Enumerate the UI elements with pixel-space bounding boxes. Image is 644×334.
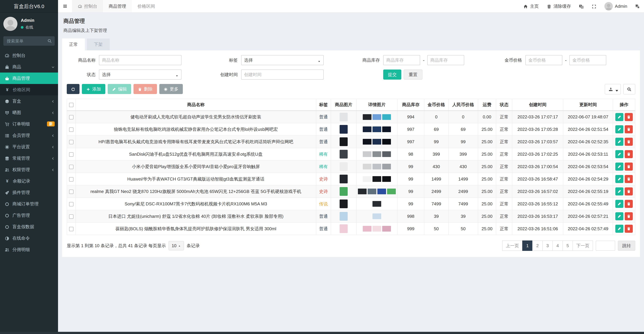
row-checkbox[interactable] xyxy=(69,227,74,231)
sidebar-item-2[interactable]: 商品管理 xyxy=(0,73,58,84)
row-edit-button[interactable] xyxy=(615,162,623,171)
row-checkbox[interactable] xyxy=(69,214,74,219)
sidebar-item-15[interactable]: 盲盒假数据 xyxy=(0,221,58,232)
detail-image[interactable] xyxy=(372,213,381,219)
row-delete-button[interactable] xyxy=(625,125,633,133)
detail-image[interactable] xyxy=(358,189,366,194)
detail-image[interactable] xyxy=(382,114,391,120)
product-image[interactable] xyxy=(340,224,348,233)
status-tab-0[interactable]: 正常 xyxy=(62,39,85,50)
stock-min-input[interactable] xyxy=(383,55,420,65)
sidebar-item-11[interactable]: ¥余额记录 xyxy=(0,175,58,187)
delete-button[interactable]: 删除 xyxy=(134,84,157,94)
sidebar-item-3[interactable]: ¥价格区间 xyxy=(0,84,58,95)
search-toggle-button[interactable] xyxy=(623,84,635,94)
product-image[interactable] xyxy=(340,200,348,208)
row-checkbox[interactable] xyxy=(69,152,74,157)
detail-image[interactable] xyxy=(363,226,372,232)
row-delete-button[interactable] xyxy=(625,162,633,171)
row-delete-button[interactable] xyxy=(625,200,633,208)
nav-tab-1[interactable]: 商品管理 xyxy=(103,0,132,13)
page-size-select[interactable]: 10 xyxy=(168,241,184,250)
tag-select[interactable]: 选择 xyxy=(241,55,324,65)
status-tab-1[interactable]: 下架 xyxy=(87,39,110,50)
detail-image[interactable] xyxy=(382,139,391,144)
sidebar-item-0[interactable]: 控制台 xyxy=(0,50,58,61)
detail-image[interactable] xyxy=(387,189,396,194)
product-image[interactable] xyxy=(340,212,348,221)
product-image[interactable] xyxy=(340,187,348,196)
detail-image[interactable] xyxy=(363,176,372,182)
detail-image[interactable] xyxy=(372,226,381,232)
add-button[interactable]: 添加 xyxy=(82,84,105,94)
row-edit-button[interactable] xyxy=(615,212,623,220)
detail-image[interactable] xyxy=(372,176,381,182)
row-edit-button[interactable] xyxy=(615,113,623,121)
nav-tab-2[interactable]: 价格区间 xyxy=(132,0,161,13)
detail-image[interactable] xyxy=(372,114,381,120)
pagination-page-2[interactable]: 2 xyxy=(532,240,543,251)
product-image[interactable] xyxy=(340,125,348,134)
menu-search-input[interactable] xyxy=(3,36,55,46)
refresh-button[interactable] xyxy=(67,84,80,94)
page-jump-button[interactable]: 跳转 xyxy=(618,241,635,251)
row-delete-button[interactable] xyxy=(625,187,633,196)
more-button[interactable]: 更多 xyxy=(159,84,183,94)
detail-image[interactable] xyxy=(372,164,381,170)
row-edit-button[interactable] xyxy=(615,125,623,133)
pagination-page-5[interactable]: 5 xyxy=(562,240,573,251)
pagination-page-1[interactable]: 1 xyxy=(522,240,533,251)
row-delete-button[interactable] xyxy=(625,175,633,183)
product-image[interactable] xyxy=(340,162,348,171)
settings-menu[interactable] xyxy=(631,0,644,13)
row-delete-button[interactable] xyxy=(625,212,633,220)
pagination-page-4[interactable]: 4 xyxy=(552,240,563,251)
detail-image[interactable] xyxy=(363,139,372,144)
detail-image[interactable] xyxy=(368,189,376,194)
sidebar-item-12[interactable]: 插件管理 xyxy=(0,187,58,198)
sidebar-item-6[interactable]: 订单明细新 xyxy=(0,118,58,130)
detail-image[interactable] xyxy=(372,139,381,144)
sidebar-item-17[interactable]: 分佣明细 xyxy=(0,244,58,255)
sidebar-item-5[interactable]: 晒图 xyxy=(0,107,58,118)
sidebar-item-16[interactable]: 在线命令 xyxy=(0,232,58,244)
row-checkbox[interactable] xyxy=(69,190,74,194)
product-image[interactable] xyxy=(340,175,348,183)
state-select[interactable]: 选择 xyxy=(99,70,182,80)
hamburger-menu-icon[interactable] xyxy=(58,0,72,13)
row-edit-button[interactable] xyxy=(615,187,623,196)
detail-image[interactable] xyxy=(372,201,381,207)
reset-button[interactable]: 重置 xyxy=(404,70,422,80)
product-image[interactable] xyxy=(340,113,348,121)
sidebar-item-10[interactable]: 权限管理 xyxy=(0,164,58,175)
detail-image[interactable] xyxy=(372,126,381,132)
export-button[interactable] xyxy=(605,84,621,94)
detail-image[interactable] xyxy=(382,176,391,182)
nav-tab-0[interactable]: 控制台 xyxy=(72,0,103,13)
created-time-input[interactable] xyxy=(241,70,324,80)
sidebar-item-4[interactable]: 盲盒 xyxy=(0,95,58,107)
pagination-prev[interactable]: 上一页 xyxy=(502,240,522,251)
clear-cache-link[interactable]: 清除缓存 xyxy=(543,0,575,13)
detail-image[interactable] xyxy=(382,226,391,232)
row-checkbox[interactable] xyxy=(69,177,74,182)
row-edit-button[interactable] xyxy=(615,150,623,158)
row-checkbox[interactable] xyxy=(69,140,74,144)
row-checkbox[interactable] xyxy=(69,115,74,119)
row-checkbox[interactable] xyxy=(69,165,74,169)
row-edit-button[interactable] xyxy=(615,175,623,183)
row-checkbox[interactable] xyxy=(69,127,74,132)
sidebar-item-14[interactable]: 广告管理 xyxy=(0,210,58,221)
gold-max-input[interactable] xyxy=(569,55,606,65)
product-image[interactable] xyxy=(340,150,348,158)
row-edit-button[interactable] xyxy=(615,200,623,208)
select-all-checkbox[interactable] xyxy=(69,103,74,107)
sidebar-item-7[interactable]: 会员管理 xyxy=(0,130,58,141)
pagination-page-3[interactable]: 3 xyxy=(542,240,553,251)
row-delete-button[interactable] xyxy=(625,150,633,158)
page-jump-input[interactable] xyxy=(596,241,615,251)
row-delete-button[interactable] xyxy=(625,138,633,146)
product-image[interactable] xyxy=(340,137,348,146)
detail-image[interactable] xyxy=(363,114,372,120)
home-link[interactable]: 主页 xyxy=(519,0,543,13)
